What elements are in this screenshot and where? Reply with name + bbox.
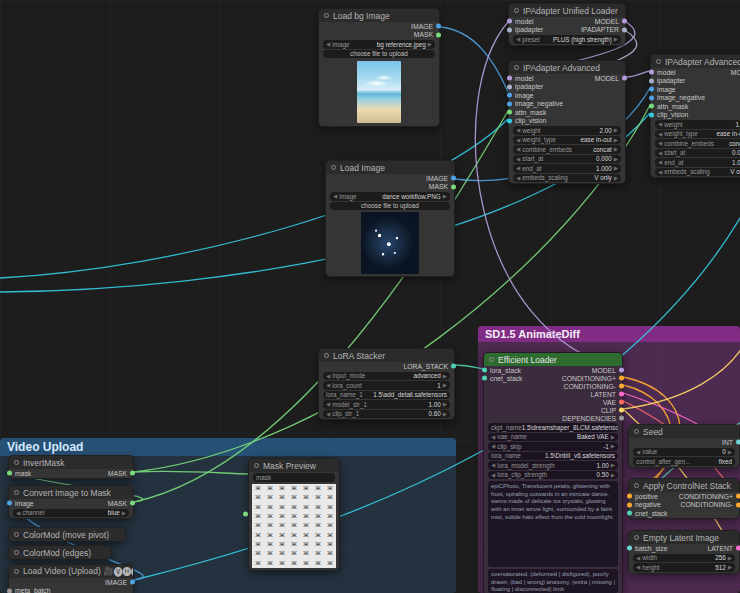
decrement-arrow-icon[interactable]: ◀ xyxy=(658,150,662,156)
input-dot-ipadapter[interactable] xyxy=(507,27,512,32)
collapse-toggle-icon[interactable] xyxy=(254,463,259,468)
node-empty-latent-image[interactable]: Empty Latent Image batch_size LATENT ◀ w… xyxy=(628,530,740,574)
preset-combo-widget[interactable]: ◀ preset PLUS (high strength) ▶ xyxy=(513,35,621,44)
start-at-number-widget[interactable]: ◀ start_at 0.000 ▶ xyxy=(513,155,621,164)
node-ipadapter-advanced-2[interactable]: IPAdapter Advanced model MODEL ipadapter… xyxy=(650,54,740,178)
node-load-video-upload[interactable]: Load Video (Upload) 🎥🅥🅗🅢 IMAGE meta_batc… xyxy=(8,564,134,593)
clip-str-number-widget[interactable]: ◀ clip_str_1 0.60 ▶ xyxy=(323,410,450,419)
node-header[interactable]: Convert Image to Mask xyxy=(9,486,133,499)
lora-name-combo-widget[interactable]: lora_name 1.5\DnbII_v6.safetensors xyxy=(488,452,618,461)
node-efficient-loader[interactable]: Efficient Loader lora_stack MODEL cnet_s… xyxy=(483,352,623,593)
increment-arrow-icon[interactable]: ▶ xyxy=(614,127,618,133)
decrement-arrow-icon[interactable]: ◀ xyxy=(491,462,495,468)
collapse-toggle-icon[interactable] xyxy=(489,357,494,362)
output-dot-image[interactable] xyxy=(130,580,135,585)
combo-right-arrow-icon[interactable]: ▶ xyxy=(614,175,618,181)
combo-left-arrow-icon[interactable]: ◀ xyxy=(658,140,662,146)
combo-left-arrow-icon[interactable]: ◀ xyxy=(326,41,330,47)
node-load-image[interactable]: Load Image IMAGE MASK ◀ image dance work… xyxy=(325,160,455,277)
control-after-generate-combo-widget[interactable]: control_after_gen... fixed xyxy=(633,457,735,466)
combo-left-arrow-icon[interactable]: ◀ xyxy=(16,510,20,516)
node-header[interactable]: Apply ControlNet Stack xyxy=(629,479,739,492)
increment-arrow-icon[interactable]: ▶ xyxy=(611,443,615,449)
increment-arrow-icon[interactable]: ▶ xyxy=(614,165,618,171)
input-dot-image[interactable] xyxy=(649,87,654,92)
weight-number-widget[interactable]: ◀ weight 1.00 ▶ xyxy=(655,120,740,129)
increment-arrow-icon[interactable]: ▶ xyxy=(728,449,732,455)
embeds-scaling-combo-widget[interactable]: ◀ embeds_scaling V only ▶ xyxy=(655,168,740,177)
node-lora-stacker[interactable]: LoRA Stacker LORA_STACK ◀ input_mode adv… xyxy=(318,348,455,420)
combo-left-arrow-icon[interactable]: ◀ xyxy=(516,146,520,152)
image-combo-widget[interactable]: ◀ image dance workflow.PNG ▶ xyxy=(330,192,450,201)
output-dot-vae[interactable] xyxy=(619,400,624,405)
node-invert-mask[interactable]: InvertMask mask MASK xyxy=(8,455,134,479)
increment-arrow-icon[interactable]: ▶ xyxy=(443,382,447,388)
mask-input-row[interactable]: mask xyxy=(253,473,335,482)
combine-embeds-combo-widget[interactable]: ◀ combine_embeds concat ▶ xyxy=(513,145,621,154)
node-seed[interactable]: Seed INT ◀ value 0 ▶ control_after_gen..… xyxy=(628,424,740,468)
lora-clip-strength-number-widget[interactable]: ◀ lora_clip_strength 0.50 ▶ xyxy=(488,471,618,480)
output-dot-clip[interactable] xyxy=(619,408,624,413)
output-dot-conditioning-neg[interactable] xyxy=(736,502,740,507)
output-dot-conditioning-pos[interactable] xyxy=(619,376,624,381)
combo-left-arrow-icon[interactable]: ◀ xyxy=(516,175,520,181)
height-number-widget[interactable]: ◀ height 512 ▶ xyxy=(633,563,735,572)
decrement-arrow-icon[interactable]: ◀ xyxy=(516,156,520,162)
decrement-arrow-icon[interactable]: ◀ xyxy=(491,472,495,478)
output-dot-lora-stack[interactable] xyxy=(451,364,456,369)
node-header[interactable]: ColorMod (move pivot) xyxy=(9,528,125,541)
input-dot-image-negative[interactable] xyxy=(649,95,654,100)
width-number-widget[interactable]: ◀ width 256 ▶ xyxy=(633,554,735,563)
vae-name-combo-widget[interactable]: ◀ vae_name Baked VAE ▶ xyxy=(488,433,618,442)
output-dot-image[interactable] xyxy=(451,176,456,181)
collapse-toggle-icon[interactable] xyxy=(514,65,519,70)
collapse-toggle-icon[interactable] xyxy=(656,59,661,64)
start-at-number-widget[interactable]: ◀ start_at 0.000 ▶ xyxy=(655,149,740,158)
collapse-toggle-icon[interactable] xyxy=(14,490,19,495)
combo-right-arrow-icon[interactable]: ▶ xyxy=(428,41,432,47)
output-dot-latent[interactable] xyxy=(736,546,740,551)
collapse-toggle-icon[interactable] xyxy=(14,550,19,555)
embeds-scaling-combo-widget[interactable]: ◀ embeds_scaling V only ▶ xyxy=(513,174,621,183)
input-dot-ipadapter[interactable] xyxy=(649,78,654,83)
decrement-arrow-icon[interactable]: ◀ xyxy=(636,555,640,561)
input-dot-cnet-stack[interactable] xyxy=(482,376,487,381)
collapse-toggle-icon[interactable] xyxy=(14,569,19,574)
output-dot-int[interactable] xyxy=(736,440,740,445)
decrement-arrow-icon[interactable]: ◀ xyxy=(326,411,330,417)
seed-value-number-widget[interactable]: ◀ value 0 ▶ xyxy=(633,448,735,457)
collapse-toggle-icon[interactable] xyxy=(14,532,19,537)
node-header[interactable]: LoRA Stacker xyxy=(319,349,454,362)
output-dot-ipadapter[interactable] xyxy=(622,27,627,32)
clip-skip-number-widget[interactable]: ◀ clip_skip -1 ▶ xyxy=(488,442,618,451)
output-dot-mask[interactable] xyxy=(436,32,441,37)
output-dot-dependencies[interactable] xyxy=(619,416,624,421)
end-at-number-widget[interactable]: ◀ end_at 1.000 ▶ xyxy=(513,164,621,173)
increment-arrow-icon[interactable]: ▶ xyxy=(728,555,732,561)
node-header[interactable]: IPAdapter Unified Loader xyxy=(509,4,625,17)
input-dot-attn-mask[interactable] xyxy=(649,104,654,109)
combo-left-arrow-icon[interactable]: ◀ xyxy=(516,137,520,143)
input-dot-ipadapter[interactable] xyxy=(507,84,512,89)
node-load-bg-image[interactable]: Load bg Image IMAGE MASK ◀ image bg refe… xyxy=(318,8,440,127)
positive-prompt-textarea[interactable]: epiCPhoto, Translucent petals, glistenin… xyxy=(488,481,618,567)
negative-prompt-textarea[interactable]: oversaturated, (deformed | disfigured), … xyxy=(488,569,618,593)
lora-model-strength-number-widget[interactable]: ◀ lora_model_strength 1.00 ▶ xyxy=(488,461,618,470)
combo-left-arrow-icon[interactable]: ◀ xyxy=(491,434,495,440)
increment-arrow-icon[interactable]: ▶ xyxy=(611,462,615,468)
output-dot-image[interactable] xyxy=(436,24,441,29)
combo-right-arrow-icon[interactable]: ▶ xyxy=(611,434,615,440)
input-dot-batch-size[interactable] xyxy=(627,546,632,551)
weight-number-widget[interactable]: ◀ weight 2.00 ▶ xyxy=(513,126,621,135)
model-str-number-widget[interactable]: ◀ model_str_1 1.00 ▶ xyxy=(323,400,450,409)
node-ipadapter-unified-loader[interactable]: IPAdapter Unified Loader model MODEL ipa… xyxy=(508,3,626,46)
upload-button[interactable]: choose file to upload xyxy=(330,202,450,211)
image-combo-widget[interactable]: ◀ image bg reference.jpeg ▶ xyxy=(323,40,435,49)
group-title-video-upload[interactable]: Video Upload xyxy=(0,438,456,456)
input-dot-image-negative[interactable] xyxy=(507,101,512,106)
input-dot-lora-stack[interactable] xyxy=(482,368,487,373)
combo-left-arrow-icon[interactable]: ◀ xyxy=(658,131,662,137)
collapse-toggle-icon[interactable] xyxy=(324,353,329,358)
decrement-arrow-icon[interactable]: ◀ xyxy=(636,449,640,455)
node-colormod-edges[interactable]: ColorMod (edges) xyxy=(8,545,112,560)
